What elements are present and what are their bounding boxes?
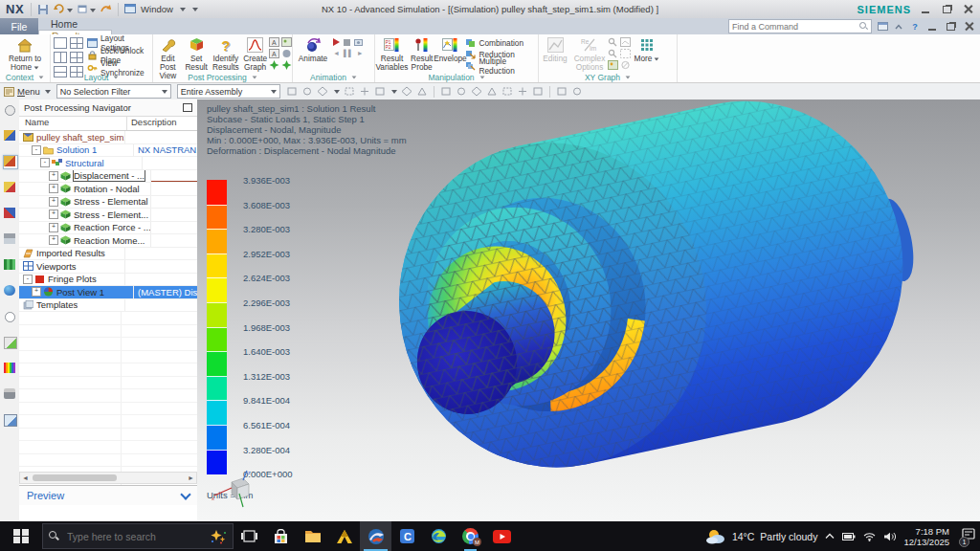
selection-filter-dropdown[interactable]: No Selection Filter [56,84,171,99]
highlight-icon[interactable] [401,86,412,97]
constraint-navigator-icon[interactable] [3,181,18,195]
appearance-icon[interactable] [571,86,583,97]
column-header-description[interactable]: Description [127,117,177,130]
tree-row-stress-element[interactable]: +Stress - Element... [19,209,197,222]
expand-icon[interactable]: + [49,223,58,232]
identify-results-button[interactable]: ? Identify Results [211,34,242,72]
materials-icon[interactable] [3,362,18,376]
layout-six-icon[interactable] [70,52,83,63]
roles-icon[interactable] [3,387,18,402]
navigator-hscrollbar[interactable]: ◄ ► [19,472,197,484]
close-button[interactable] [961,4,974,15]
capture-icon[interactable] [354,38,363,46]
complex-options-button[interactable]: ReIm Complex Options [571,34,608,72]
result-probe-button[interactable]: Result Probe [409,34,435,72]
expand-icon[interactable]: + [49,235,58,245]
taskbar-search-input[interactable] [65,530,204,543]
history-icon[interactable] [3,310,18,324]
nx-logo[interactable]: NX [0,2,31,16]
gear-icon[interactable] [3,103,18,118]
tree-row-rotation-nodal[interactable]: +Rotation - Nodal [19,183,197,196]
clip-section-icon[interactable] [556,86,568,97]
doc-restore-button[interactable] [944,21,957,33]
snap-arc-center-icon[interactable] [359,86,370,97]
tree-row-imported-results[interactable]: Imported Results [19,248,197,261]
set-result-button[interactable]: Set Result [183,34,211,72]
graphics-viewport[interactable]: pulley shaft_step_sim1 : Solution 1 Resu… [197,99,980,521]
expand-icon[interactable]: + [32,287,41,297]
envelope-button[interactable]: Envelope [434,34,465,63]
collapse-icon[interactable]: - [23,275,33,284]
group-label-context[interactable]: Context [0,72,50,82]
expand-icon[interactable]: + [49,171,58,181]
collapse-icon[interactable]: - [32,145,41,155]
pause-icon[interactable]: ▌▌ [344,50,353,56]
orient-view-icon[interactable] [517,86,528,97]
group-label-xy-graph[interactable]: XY Graph [539,72,677,82]
tree-row-viewports[interactable]: Viewports [19,260,197,274]
rectangle-select-icon[interactable] [374,86,386,97]
render-style-icon[interactable] [532,86,544,97]
store-icon[interactable] [265,521,297,551]
more-button[interactable]: More [631,34,663,63]
snap-intersection-icon[interactable] [344,86,355,97]
minimize-ribbon-icon[interactable] [893,21,904,32]
undo-button[interactable] [54,4,73,15]
layout-single-icon[interactable] [54,37,67,49]
tree-row-displacement[interactable]: +Displacement - ... [19,170,197,184]
collapse-icon[interactable]: - [40,158,50,167]
c-app-icon[interactable]: C [391,521,423,551]
weather-widget[interactable]: 14°C Partly cloudy [705,528,818,545]
scrollbar-thumb[interactable] [33,474,117,481]
minimize-button[interactable] [919,4,932,15]
taskbar-search-box[interactable] [42,523,234,549]
result-variables-button[interactable]: P1P2 Result Variables [375,34,409,72]
tree-row-fringe-plots[interactable]: -Fringe Plots [19,274,197,287]
layout-two-vertical-icon[interactable] [54,52,67,63]
simulation-navigator-icon[interactable] [3,207,18,221]
save-icon[interactable] [37,4,49,15]
restore-button[interactable] [940,4,953,15]
find-command-box[interactable] [728,19,872,33]
doc-close-button[interactable] [962,21,975,33]
return-to-home-button[interactable]: Return to Home [4,34,46,72]
tree-row-structural[interactable]: -Structural [19,157,197,170]
preview-section-header[interactable]: Preview [19,485,197,505]
group-label-manipulation[interactable]: Manipulation [375,72,538,82]
web-browser-icon[interactable] [3,284,18,298]
zoom-icon[interactable] [501,86,513,97]
window-list-icon[interactable] [877,21,888,32]
windows-collection-icon[interactable] [3,413,18,428]
expand-icon[interactable]: + [49,197,58,207]
stop-icon[interactable] [344,39,350,46]
multiple-reduction-button[interactable]: Multiple Reduction [465,61,538,71]
redo-button[interactable] [78,4,96,15]
search-highlights-icon[interactable] [210,529,227,544]
layout-quad-icon[interactable] [70,37,83,49]
help-icon[interactable]: ? [909,21,921,32]
clock-widget[interactable]: 7:18 PM 12/13/2025 [903,526,949,547]
chrome-icon[interactable]: M [455,521,486,551]
post-processing-navigator-icon[interactable] [3,155,18,169]
snap-endpoint-icon[interactable] [301,86,313,97]
animate-button[interactable]: Animate [293,34,333,63]
tree-row-reaction-force[interactable]: +Reaction Force - ... [19,222,197,235]
process-studio-icon[interactable] [3,336,18,350]
nx-taskbar-icon[interactable] [360,521,391,551]
file-explorer-icon[interactable] [297,521,328,551]
shaded-icon[interactable] [416,86,428,97]
tree-row-stress-elemental[interactable]: +Stress - Elemental [19,196,197,209]
snap-midpoint-icon[interactable] [317,86,328,97]
select-dropdown-caret[interactable] [391,90,397,94]
column-header-name[interactable]: Name [19,117,127,130]
editing-button[interactable]: Editing [539,34,571,63]
find-command-input[interactable] [729,22,859,32]
menu-button[interactable]: Menu [4,86,51,97]
youtube-icon[interactable] [486,521,518,551]
last-frame-icon[interactable]: ► [357,50,364,56]
panel-pin-icon[interactable] [183,103,192,112]
fit-view-icon[interactable] [486,86,498,97]
pulley-shaft-model[interactable] [197,99,980,521]
play-icon[interactable] [333,38,340,46]
battery-icon[interactable] [842,533,856,540]
